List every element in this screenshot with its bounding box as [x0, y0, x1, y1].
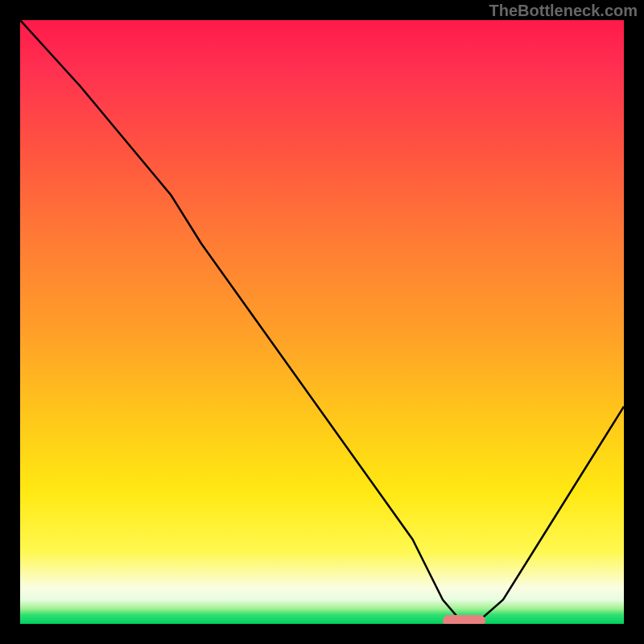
plot-area	[20, 20, 624, 624]
optimum-marker	[443, 615, 485, 624]
watermark-text: TheBottleneck.com	[489, 2, 638, 20]
bottleneck-curve	[20, 20, 624, 624]
